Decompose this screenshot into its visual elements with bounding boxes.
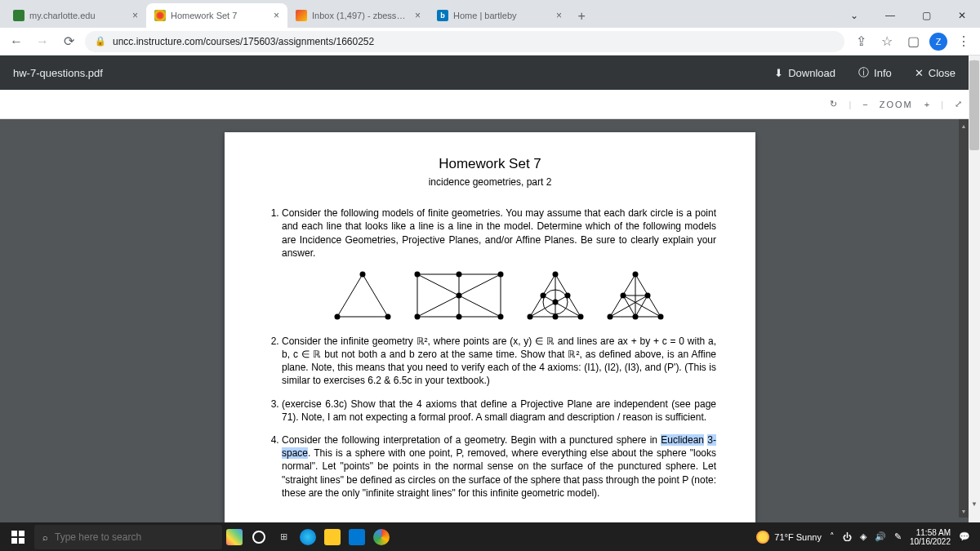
scrollbar-thumb[interactable] <box>969 60 979 150</box>
svg-point-22 <box>578 313 584 319</box>
svg-point-25 <box>565 292 571 298</box>
question-4: Consider the following interpretation of… <box>282 433 716 500</box>
close-icon[interactable]: × <box>556 10 562 21</box>
bookmark-icon[interactable]: ☆ <box>877 32 897 51</box>
favicon: b <box>437 10 448 21</box>
svg-rect-41 <box>19 538 24 544</box>
download-button[interactable]: ⬇Download <box>763 56 847 90</box>
store-icon[interactable] <box>345 525 369 549</box>
zoom-label: ZOOM <box>880 100 913 109</box>
svg-point-10 <box>498 271 504 277</box>
svg-point-34 <box>658 313 664 319</box>
volume-icon[interactable]: 🔊 <box>875 531 886 542</box>
taskbar-news-icon[interactable] <box>222 525 247 549</box>
reading-list-icon[interactable]: ▢ <box>903 32 923 51</box>
rotate-icon[interactable]: ↻ <box>830 99 837 109</box>
svg-rect-39 <box>19 531 24 536</box>
close-icon[interactable]: × <box>274 10 279 21</box>
pdf-page: Homework Set 7 incidence geometries, par… <box>225 132 755 522</box>
svg-point-26 <box>553 299 559 304</box>
fullscreen-icon[interactable]: ⤢ <box>955 99 962 109</box>
taskbar-clock[interactable]: 11:58 AM 10/16/2022 <box>910 528 951 546</box>
svg-point-33 <box>608 313 613 319</box>
pdf-viewer: hw-7-questions.pdf ⬇Download ⓘInfo ✕Clos… <box>0 56 980 522</box>
tab-title: my.charlotte.edu <box>29 11 127 20</box>
close-button[interactable]: ✕Close <box>903 56 967 90</box>
svg-point-12 <box>457 313 462 319</box>
browser-tab[interactable]: b Home | bartleby × <box>429 3 570 28</box>
pdf-header: hw-7-questions.pdf ⬇Download ⓘInfo ✕Clos… <box>0 56 980 90</box>
browser-tab[interactable]: my.charlotte.edu × <box>5 3 146 28</box>
tab-title: Home | bartleby <box>453 11 551 20</box>
pdf-canvas[interactable]: Homework Set 7 incidence geometries, par… <box>0 119 980 522</box>
close-icon[interactable]: × <box>132 10 138 21</box>
tray-chevron-icon[interactable]: ˄ <box>830 531 835 542</box>
profile-avatar[interactable]: Z <box>929 33 947 51</box>
svg-rect-40 <box>11 538 17 544</box>
battery-icon[interactable]: ⏻ <box>843 532 852 542</box>
task-view-icon[interactable]: ⊞ <box>271 525 296 549</box>
weather-widget[interactable]: 71°F Sunny <box>756 531 822 544</box>
explorer-icon[interactable] <box>320 525 345 549</box>
zoom-out-button[interactable]: − <box>862 100 867 109</box>
browser-tab[interactable]: Inbox (1,497) - zbessant@uncc.e × <box>287 3 429 28</box>
taskbar-search[interactable]: ⌕ <box>34 525 222 549</box>
language-icon[interactable]: ✎ <box>894 531 902 542</box>
svg-point-23 <box>553 313 559 319</box>
svg-point-14 <box>457 292 462 298</box>
scroll-down-icon[interactable]: ▼ <box>969 498 980 509</box>
window-close-button[interactable]: ✕ <box>944 3 980 28</box>
svg-marker-0 <box>337 274 388 317</box>
zoom-in-button[interactable]: + <box>924 100 929 109</box>
tab-title: Inbox (1,497) - zbessant@uncc.e <box>312 11 410 20</box>
svg-point-32 <box>633 271 639 277</box>
tab-title: Homework Set 7 <box>171 11 269 20</box>
figure-bowtie <box>414 271 504 320</box>
favicon <box>13 10 24 21</box>
svg-point-11 <box>415 313 421 319</box>
favicon <box>296 10 307 21</box>
figure-fano <box>527 271 584 320</box>
page-scrollbar[interactable]: ▲ ▼ <box>969 56 980 522</box>
svg-point-21 <box>528 313 533 319</box>
minimize-button[interactable]: — <box>872 3 908 28</box>
notifications-icon[interactable]: 💬 <box>959 531 970 542</box>
question-1: Consider the following models of finite … <box>282 207 716 320</box>
scroll-up-icon[interactable]: ▲ <box>959 121 969 131</box>
menu-icon[interactable]: ⋮ <box>954 32 973 51</box>
pdf-scrollbar[interactable]: ▲ ▼ <box>959 119 969 518</box>
pdf-filename: hw-7-questions.pdf <box>13 67 763 79</box>
close-icon[interactable]: × <box>415 10 421 21</box>
edge-icon[interactable] <box>296 525 320 549</box>
back-button[interactable]: ← <box>7 32 26 51</box>
svg-point-35 <box>621 292 626 298</box>
chevron-down-icon[interactable]: ⌄ <box>836 3 872 28</box>
favicon <box>154 10 166 21</box>
maximize-button[interactable]: ▢ <box>908 3 944 28</box>
start-button[interactable] <box>3 525 33 549</box>
highlight: Euclidean <box>661 434 704 446</box>
svg-point-2 <box>335 313 341 319</box>
svg-point-13 <box>498 313 504 319</box>
reload-button[interactable]: ⟳ <box>59 32 78 51</box>
windows-taskbar: ⌕ ⊞ 71°F Sunny ˄ ⏻ ◈ 🔊 ✎ 11:58 AM 10/16/… <box>0 522 980 551</box>
chrome-icon[interactable] <box>369 525 394 549</box>
svg-rect-38 <box>11 531 17 536</box>
forward-button[interactable]: → <box>33 32 52 51</box>
address-bar[interactable]: 🔒 uncc.instructure.com/courses/175603/as… <box>85 31 844 52</box>
browser-tab[interactable]: Homework Set 7 × <box>146 3 287 28</box>
doc-title: Homework Set 7 <box>264 155 716 174</box>
wifi-icon[interactable]: ◈ <box>860 531 866 542</box>
info-button[interactable]: ⓘInfo <box>847 56 903 90</box>
share-icon[interactable]: ⇪ <box>851 32 871 51</box>
question-2: Consider the infinite geometry ℝ², where… <box>282 335 716 388</box>
new-tab-button[interactable]: + <box>570 5 593 28</box>
search-input[interactable] <box>55 531 214 543</box>
svg-point-37 <box>633 313 639 319</box>
scroll-down-icon[interactable]: ▼ <box>959 506 969 516</box>
figure-triangle <box>334 271 391 320</box>
figure-triangle-mid <box>607 271 664 320</box>
doc-subtitle: incidence geometries, part 2 <box>264 176 716 189</box>
lock-icon: 🔒 <box>95 36 106 47</box>
cortana-icon[interactable] <box>247 525 271 549</box>
